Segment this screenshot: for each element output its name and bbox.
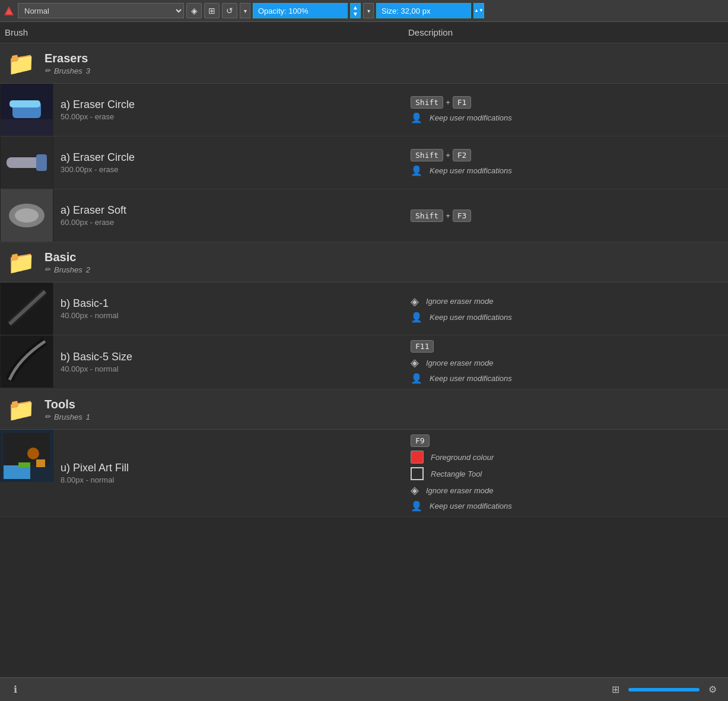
- desc-text: Ignore eraser mode: [426, 486, 493, 495]
- svg-point-11: [15, 208, 39, 223]
- brush-info: u) Pixel Art Fill 8.00px - normal: [53, 430, 403, 516]
- group-title: Basic: [44, 250, 90, 264]
- svg-rect-5: [1, 119, 53, 136]
- folder-icon: 📁: [7, 249, 35, 275]
- checkerboard-icon-btn[interactable]: ⊞: [204, 3, 220, 18]
- kbd-plus: +: [446, 151, 450, 160]
- brush-row[interactable]: u) Pixel Art Fill 8.00px - normal F9 For…: [0, 430, 728, 517]
- group-folder-icon: 📁: [5, 47, 37, 80]
- brush-list: 📁 Erasers ✏ Brushes 3 a) Eraser Circle 5…: [0, 43, 728, 677]
- settings-icon-btn[interactable]: ⚙: [704, 681, 721, 698]
- desc-row: Foreground colour: [411, 451, 721, 464]
- group-header-basic[interactable]: 📁 Basic ✏ Brushes 2: [0, 242, 728, 283]
- svg-rect-8: [36, 154, 47, 171]
- zoom-slider[interactable]: [628, 688, 700, 692]
- folder-icon: 📁: [7, 397, 35, 423]
- edit-icon: ✏: [44, 265, 50, 274]
- column-headers: Brush Description: [0, 22, 728, 43]
- brush-sub: 40.00px - normal: [61, 311, 396, 320]
- group-meta: ✏ Brushes 2: [44, 265, 90, 274]
- kbd-group: Shift+F2: [411, 149, 471, 161]
- kbd-modifier: Shift: [411, 149, 443, 161]
- kbd-key: F3: [453, 210, 472, 222]
- toolbar: Normal ◈ ⊞ ↺ ▾ Opacity: 100% ▲▼ ▾ Size: …: [0, 0, 728, 22]
- col-brush-header: Brush: [5, 27, 408, 37]
- desc-row: ◈ Ignore eraser mode: [411, 484, 721, 497]
- group-folder-icon: 📁: [5, 393, 37, 426]
- brush-thumbnail: [0, 84, 53, 136]
- alpha-icon-btn[interactable]: ◈: [186, 3, 202, 18]
- svg-point-21: [27, 448, 39, 459]
- reset-icon-btn[interactable]: ↺: [222, 3, 237, 18]
- brush-thumbnail: [0, 283, 53, 335]
- info-icon-btn[interactable]: ℹ: [7, 681, 24, 698]
- desc-text: Foreground colour: [431, 453, 494, 462]
- kbd-modifier: Shift: [411, 210, 443, 222]
- brush-info: b) Basic-5 Size 40.00px - normal: [53, 335, 403, 389]
- brush-thumbnail: [0, 189, 53, 242]
- brush-row[interactable]: a) Eraser Circle 300.00px - erase Shift+…: [0, 137, 728, 189]
- group-meta: ✏ Brushes 1: [44, 413, 90, 421]
- brush-sub: 60.00px - erase: [61, 218, 396, 227]
- group-header-tools[interactable]: 📁 Tools ✏ Brushes 1: [0, 389, 728, 430]
- brush-name: b) Basic-1: [61, 297, 396, 310]
- user-mod-icon: 👤: [411, 112, 422, 123]
- kbd-modifier: Shift: [411, 96, 443, 109]
- brush-name: a) Eraser Soft: [61, 204, 396, 217]
- desc-row: 👤 Keep user modifications: [411, 312, 721, 323]
- group-title: Tools: [44, 398, 90, 411]
- blend-mode-select[interactable]: Normal: [18, 3, 184, 18]
- desc-row: 👤 Keep user modifications: [411, 500, 721, 512]
- desc-text: Keep user modifications: [430, 502, 512, 510]
- svg-rect-4: [9, 100, 40, 107]
- group-brushes-label: Brushes: [54, 265, 82, 274]
- shortcut-row: F9: [411, 434, 721, 447]
- opacity-label: Opacity: 100%: [258, 7, 309, 15]
- size-spinner[interactable]: ▲▼: [473, 3, 484, 18]
- group-info: Tools ✏ Brushes 1: [44, 398, 90, 421]
- brush-row[interactable]: a) Eraser Circle 50.00px - erase Shift+F…: [0, 84, 728, 137]
- brush-name: a) Eraser Circle: [61, 151, 396, 164]
- kbd-group: F9: [411, 434, 430, 447]
- kbd-group: Shift+F1: [411, 96, 471, 109]
- brush-name: u) Pixel Art Fill: [61, 462, 396, 474]
- brush-row[interactable]: b) Basic-1 40.00px - normal ◈ Ignore era…: [0, 283, 728, 335]
- size-control[interactable]: Size: 32,00 px: [376, 3, 471, 18]
- desc-text: Keep user modifications: [430, 113, 512, 122]
- brush-row[interactable]: b) Basic-5 Size 40.00px - normal F11 ◈ I…: [0, 335, 728, 389]
- desc-row: ◈ Ignore eraser mode: [411, 295, 721, 308]
- group-title: Erasers: [44, 52, 90, 65]
- opacity-dropdown-arrow[interactable]: ▾: [363, 3, 374, 18]
- user-mod-icon: 👤: [411, 373, 422, 384]
- group-info: Basic ✏ Brushes 2: [44, 250, 90, 274]
- desc-row: 👤 Keep user modifications: [411, 112, 721, 123]
- grid-view-icon-btn[interactable]: ⊞: [607, 681, 624, 698]
- shortcut-row: Shift+F2: [411, 149, 721, 161]
- brush-info: a) Eraser Circle 50.00px - erase: [53, 84, 403, 136]
- blend-dropdown-arrow[interactable]: ▾: [240, 3, 250, 18]
- svg-rect-17: [4, 465, 30, 479]
- group-brushes-count: 3: [86, 66, 90, 75]
- group-header-erasers[interactable]: 📁 Erasers ✏ Brushes 3: [0, 43, 728, 84]
- brush-thumbnail: [0, 430, 53, 482]
- brush-name: b) Basic-5 Size: [61, 351, 396, 363]
- brush-info: a) Eraser Soft 60.00px - erase: [53, 189, 403, 242]
- desc-text: Keep user modifications: [430, 374, 512, 383]
- svg-rect-20: [36, 459, 45, 467]
- svg-rect-19: [18, 462, 30, 467]
- kbd-plus: +: [446, 211, 450, 220]
- opacity-control[interactable]: Opacity: 100%: [253, 3, 348, 18]
- kbd-key: F11: [411, 340, 434, 353]
- brush-row[interactable]: a) Eraser Soft 60.00px - erase Shift+F3: [0, 189, 728, 242]
- kbd-group: F11: [411, 340, 434, 353]
- brush-thumbnail: [0, 137, 53, 189]
- opacity-spinner-up[interactable]: ▲▼: [350, 3, 361, 18]
- user-mod-icon: 👤: [411, 165, 422, 176]
- brush-name: a) Eraser Circle: [61, 99, 396, 111]
- desc-text: Ignore eraser mode: [426, 297, 493, 306]
- group-meta: ✏ Brushes 3: [44, 66, 90, 75]
- user-mod-icon: 👤: [411, 312, 422, 323]
- brush-info: b) Basic-1 40.00px - normal: [53, 283, 403, 335]
- desc-text: Keep user modifications: [430, 166, 512, 175]
- edit-icon: ✏: [44, 66, 50, 75]
